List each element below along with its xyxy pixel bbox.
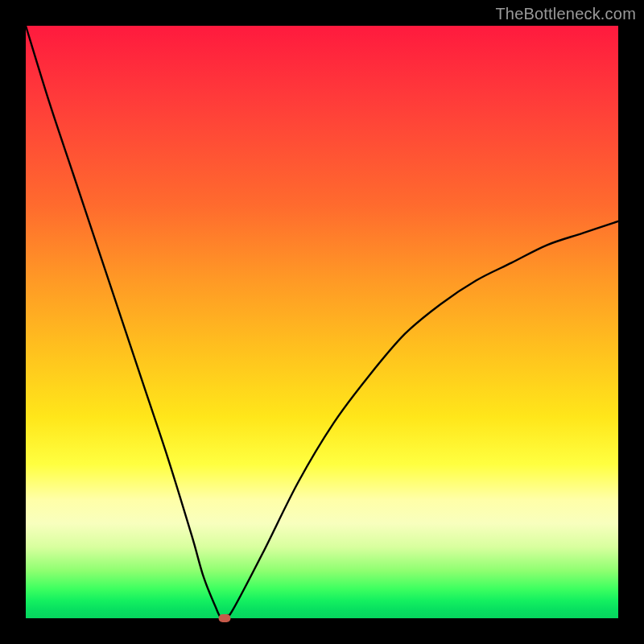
watermark-text: TheBottleneck.com bbox=[495, 5, 636, 23]
chart-frame: TheBottleneck.com bbox=[0, 0, 644, 644]
bottleneck-curve bbox=[26, 26, 618, 618]
chart-plot-area bbox=[26, 26, 618, 618]
bottleneck-marker bbox=[218, 614, 230, 622]
